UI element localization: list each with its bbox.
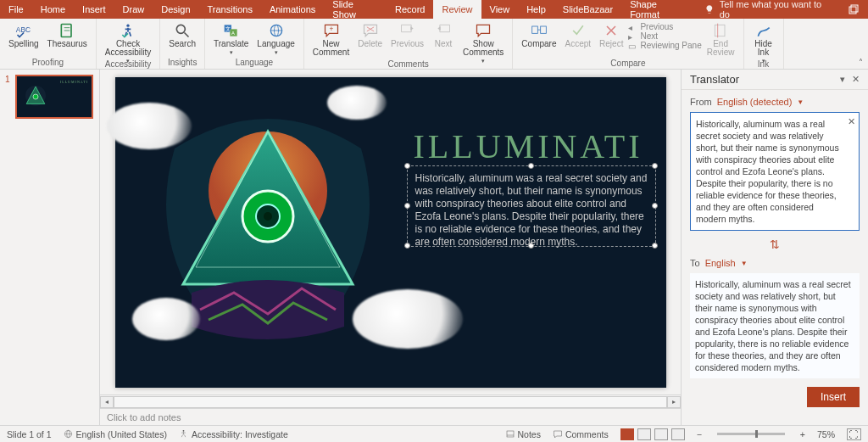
insert-button[interactable]: Insert	[807, 387, 860, 407]
translator-pane: Translator ▾ ✕ From English (detected) ▼…	[681, 70, 868, 425]
fit-to-window-icon[interactable]: ⛶	[847, 428, 861, 440]
swap-languages-icon[interactable]: ⇅	[770, 236, 780, 253]
group-compare: Compare	[610, 59, 645, 68]
slideshow-view-icon[interactable]	[671, 428, 685, 440]
to-language-selector[interactable]: To English ▼	[690, 258, 860, 268]
zoom-slider[interactable]	[717, 433, 785, 435]
tab-file[interactable]: File	[0, 0, 32, 19]
tab-shapeformat[interactable]: Shape Format	[621, 0, 696, 19]
zoom-level[interactable]: 75%	[817, 429, 835, 439]
svg-point-33	[264, 212, 272, 221]
slide-counter: Slide 1 of 1	[7, 429, 52, 439]
thesaurus-button[interactable]: Thesaurus	[44, 20, 91, 50]
pane-close-icon[interactable]: ✕	[852, 74, 860, 85]
svg-rect-20	[541, 26, 547, 33]
collapse-ribbon-icon[interactable]: ˄	[859, 58, 863, 67]
translate-button[interactable]: 文A Translate▾	[210, 20, 252, 58]
tab-help[interactable]: Help	[518, 0, 554, 19]
tab-insert[interactable]: Insert	[74, 0, 114, 19]
zoom-in-icon[interactable]: +	[800, 429, 805, 439]
show-comments-button[interactable]: Show Comments▾	[459, 20, 507, 66]
notes-icon	[505, 429, 515, 439]
notes-toggle[interactable]: Notes	[505, 429, 541, 439]
svg-text:文: 文	[225, 25, 231, 31]
from-language-selector[interactable]: From English (detected) ▼	[690, 97, 860, 107]
tab-slidebazaar[interactable]: SlideBazaar	[554, 0, 621, 19]
cloud-graphic	[132, 298, 200, 340]
zoom-out-icon[interactable]: −	[697, 429, 702, 439]
search-button[interactable]: Search	[165, 20, 199, 50]
menu-tabs: File Home Insert Draw Design Transitions…	[0, 0, 868, 19]
mini-next[interactable]: ▸Next	[628, 31, 701, 41]
svg-point-7	[176, 25, 185, 33]
svg-rect-1	[851, 5, 858, 12]
tab-view[interactable]: View	[481, 0, 519, 19]
cloud-graphic	[107, 103, 192, 149]
slide-thumbnail-1[interactable]: ILLUMINATI	[15, 75, 93, 119]
tab-home[interactable]: Home	[32, 0, 74, 19]
previous-comment-button[interactable]: Previous	[387, 20, 427, 50]
spelling-button[interactable]: ABC Spelling	[5, 20, 42, 50]
thumb-graphic-icon	[20, 80, 51, 114]
clear-source-icon[interactable]: ✕	[848, 115, 855, 127]
comments-toggle[interactable]: Comments	[553, 429, 609, 439]
tell-me-label: Tell me what you want to do	[720, 0, 832, 20]
tab-design[interactable]: Design	[153, 0, 198, 19]
next-comment-button[interactable]: Next	[429, 20, 458, 50]
tab-transitions[interactable]: Transitions	[199, 0, 261, 19]
svg-point-37	[183, 430, 185, 432]
compare-button[interactable]: Compare	[518, 20, 559, 50]
status-language[interactable]: English (United States)	[64, 429, 167, 439]
reading-view-icon[interactable]	[654, 428, 668, 440]
new-comment-button[interactable]: + New Comment	[309, 20, 353, 59]
view-mode-buttons	[620, 428, 685, 440]
group-accessibility: Accessibility	[105, 59, 151, 69]
comment-icon: +	[323, 22, 340, 39]
delete-comment-button[interactable]: Delete	[354, 20, 386, 50]
scroll-left-icon[interactable]: ◂	[100, 396, 114, 408]
normal-view-icon[interactable]	[620, 428, 634, 440]
slide-title[interactable]: ILLUMINATI	[414, 126, 643, 166]
tab-draw[interactable]: Draw	[114, 0, 153, 19]
status-accessibility[interactable]: Accessibility: Investigate	[179, 429, 288, 439]
thumb-number: 1	[5, 75, 12, 119]
svg-rect-23	[715, 25, 725, 36]
translate-icon: 文A	[223, 22, 240, 39]
mini-reviewing-pane[interactable]: ▭Reviewing Pane	[628, 41, 701, 50]
pane-options-icon[interactable]: ▾	[840, 74, 845, 85]
accept-button[interactable]: Accept	[562, 20, 595, 50]
group-ink: Ink	[758, 59, 769, 69]
translation-result-box: Historically, aluminum was a real secret…	[690, 273, 860, 378]
slide-body-text[interactable]: Historically, aluminum was a real secret…	[410, 169, 653, 252]
ink-icon	[755, 22, 772, 39]
end-review-button[interactable]: End Review	[704, 20, 738, 59]
sorter-view-icon[interactable]	[637, 428, 651, 440]
slide-canvas[interactable]: ILLUMINATI Historically, aluminum was a …	[100, 70, 681, 394]
svg-point-6	[126, 25, 129, 27]
tab-review[interactable]: Review	[433, 0, 481, 19]
svg-rect-19	[532, 26, 538, 33]
tab-record[interactable]: Record	[387, 0, 433, 19]
svg-text:+: +	[329, 25, 333, 33]
mini-previous[interactable]: ◂Previous	[628, 22, 701, 31]
source-text-box[interactable]: Historically, aluminum was a real secret…	[690, 112, 860, 231]
language-button[interactable]: Language▾	[253, 20, 298, 58]
check-icon	[570, 22, 587, 39]
compare-mini-list: ◂Previous ▸Next ▭Reviewing Pane	[628, 20, 701, 50]
slide-thumbnail-panel: 1 ILLUMINATI	[0, 70, 100, 425]
tab-animations[interactable]: Animations	[261, 0, 324, 19]
horizontal-scrollbar[interactable]: ◂ ▸	[100, 394, 681, 408]
tab-slideshow[interactable]: Slide Show	[324, 0, 387, 19]
scroll-right-icon[interactable]: ▸	[667, 396, 681, 408]
ribbon: ABC Spelling Thesaurus Proofing Check Ac…	[0, 19, 868, 70]
tell-me-search[interactable]: Tell me what you want to do	[696, 0, 840, 19]
svg-line-8	[185, 33, 189, 37]
accessibility-icon	[179, 429, 188, 439]
svg-point-27	[33, 94, 38, 99]
group-comments: Comments	[387, 59, 428, 69]
reject-button[interactable]: Reject	[596, 20, 626, 50]
window-restore-icon[interactable]	[840, 0, 868, 19]
pane-title: Translator	[690, 73, 739, 86]
notes-pane[interactable]: Click to add notes	[100, 408, 681, 425]
status-bar: Slide 1 of 1 English (United States) Acc…	[0, 425, 868, 442]
